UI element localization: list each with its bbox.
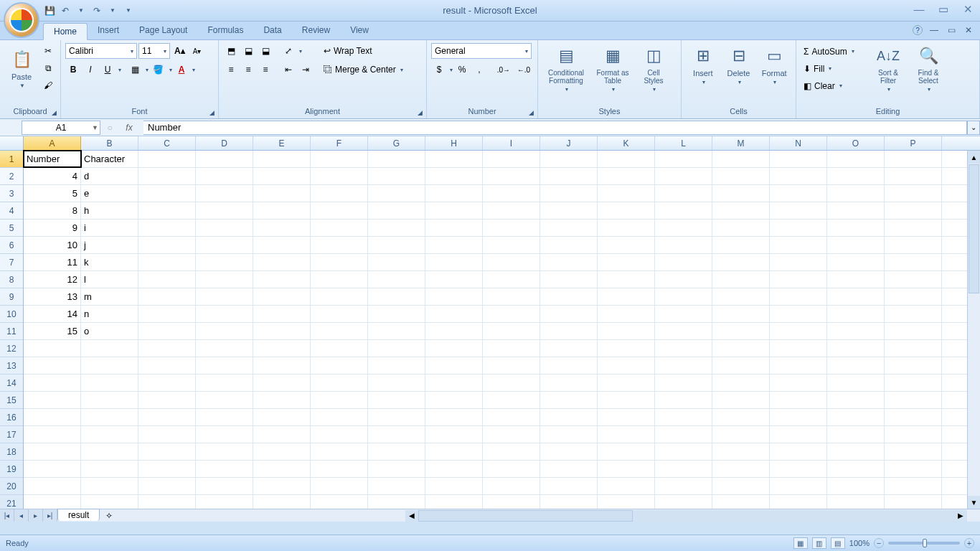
- cell-I13[interactable]: [483, 357, 540, 374]
- cell-D4[interactable]: [196, 202, 253, 219]
- scroll-left-button[interactable]: ◀: [405, 510, 418, 522]
- cell-H13[interactable]: [425, 357, 483, 374]
- cell-B14[interactable]: [81, 375, 138, 391]
- cell-styles-button[interactable]: ◫Cell Styles▾: [636, 43, 672, 94]
- cell-N15[interactable]: [770, 392, 827, 408]
- cell-N12[interactable]: [770, 340, 827, 357]
- cell-J6[interactable]: [540, 237, 598, 253]
- bold-button[interactable]: B: [65, 62, 81, 77]
- row-header-2[interactable]: 2: [0, 168, 23, 185]
- cell-B19[interactable]: [81, 461, 138, 477]
- cell-J8[interactable]: [540, 271, 598, 288]
- qat-undo-dropdown[interactable]: ▼: [75, 4, 88, 17]
- cell-E17[interactable]: [253, 426, 311, 443]
- cell-B3[interactable]: e: [81, 185, 138, 202]
- row-header-20[interactable]: 20: [0, 478, 23, 495]
- cell-B9[interactable]: m: [81, 288, 138, 305]
- cut-button[interactable]: ✂: [40, 43, 56, 59]
- cell-G20[interactable]: [368, 478, 425, 494]
- column-header-B[interactable]: B: [81, 136, 138, 150]
- cell-K16[interactable]: [598, 409, 655, 425]
- row-header-6[interactable]: 6: [0, 237, 23, 254]
- row-header-16[interactable]: 16: [0, 409, 23, 426]
- cell-O2[interactable]: [827, 168, 885, 184]
- cell-N7[interactable]: [770, 254, 827, 270]
- cell-J16[interactable]: [540, 409, 598, 425]
- page-layout-view-button[interactable]: ▥: [812, 537, 826, 549]
- cell-K3[interactable]: [598, 185, 655, 202]
- cell-H11[interactable]: [425, 323, 483, 339]
- italic-button[interactable]: I: [83, 62, 98, 77]
- cell-N10[interactable]: [770, 306, 827, 322]
- cell-M7[interactable]: [712, 254, 770, 270]
- cell-F4[interactable]: [311, 202, 368, 219]
- cell-H7[interactable]: [425, 254, 483, 270]
- cell-J11[interactable]: [540, 323, 598, 339]
- align-middle-button[interactable]: ⬓: [240, 43, 256, 59]
- cell-F11[interactable]: [311, 323, 368, 339]
- column-header-F[interactable]: F: [311, 136, 368, 150]
- cell-C11[interactable]: [138, 323, 196, 339]
- cell-B20[interactable]: [81, 478, 138, 494]
- cell-L6[interactable]: [655, 237, 712, 253]
- cell-D20[interactable]: [196, 478, 253, 494]
- tab-page-layout[interactable]: Page Layout: [129, 22, 197, 39]
- cell-L4[interactable]: [655, 202, 712, 219]
- align-right-button[interactable]: ≡: [258, 62, 273, 77]
- cell-O10[interactable]: [827, 306, 885, 322]
- office-button[interactable]: [4, 2, 39, 38]
- zoom-in-button[interactable]: +: [964, 538, 974, 548]
- font-color-button[interactable]: A: [174, 62, 189, 77]
- cell-G3[interactable]: [368, 185, 425, 202]
- cell-I6[interactable]: [483, 237, 540, 253]
- cell-F16[interactable]: [311, 409, 368, 425]
- cell-C1[interactable]: [138, 151, 196, 167]
- cell-G19[interactable]: [368, 461, 425, 477]
- cell-P1[interactable]: [885, 151, 942, 167]
- font-dialog-launcher[interactable]: ◢: [207, 108, 217, 117]
- cell-C18[interactable]: [138, 443, 196, 460]
- cell-C8[interactable]: [138, 271, 196, 288]
- cell-H3[interactable]: [425, 185, 483, 202]
- cell-M8[interactable]: [712, 271, 770, 288]
- sheet-nav-last[interactable]: ▸|: [43, 509, 57, 522]
- cell-A8[interactable]: 12: [24, 271, 81, 288]
- cell-O11[interactable]: [827, 323, 885, 339]
- cell-P19[interactable]: [885, 461, 942, 477]
- column-header-P[interactable]: P: [885, 136, 942, 150]
- ribbon-close-icon[interactable]: ✕: [963, 24, 974, 36]
- cell-O6[interactable]: [827, 237, 885, 253]
- tab-view[interactable]: View: [340, 22, 379, 39]
- cell-D11[interactable]: [196, 323, 253, 339]
- row-header-15[interactable]: 15: [0, 392, 23, 409]
- number-format-combo[interactable]: General▾: [431, 43, 532, 59]
- name-box[interactable]: A1▼: [22, 121, 100, 135]
- cell-M5[interactable]: [712, 220, 770, 236]
- cell-O20[interactable]: [827, 478, 885, 494]
- cell-K20[interactable]: [598, 478, 655, 494]
- row-header-3[interactable]: 3: [0, 185, 23, 202]
- cell-G10[interactable]: [368, 306, 425, 322]
- cell-H5[interactable]: [425, 220, 483, 236]
- cell-A9[interactable]: 13: [24, 288, 81, 305]
- cell-O9[interactable]: [827, 288, 885, 305]
- cell-E12[interactable]: [253, 340, 311, 357]
- cell-I9[interactable]: [483, 288, 540, 305]
- cell-D10[interactable]: [196, 306, 253, 322]
- cell-F2[interactable]: [311, 168, 368, 184]
- cell-D19[interactable]: [196, 461, 253, 477]
- cell-P11[interactable]: [885, 323, 942, 339]
- cell-D2[interactable]: [196, 168, 253, 184]
- cell-I17[interactable]: [483, 426, 540, 443]
- cell-P6[interactable]: [885, 237, 942, 253]
- column-header-K[interactable]: K: [598, 136, 655, 150]
- orientation-button[interactable]: ⤢: [281, 43, 296, 59]
- cell-O19[interactable]: [827, 461, 885, 477]
- cell-I14[interactable]: [483, 375, 540, 391]
- cell-K4[interactable]: [598, 202, 655, 219]
- cell-P4[interactable]: [885, 202, 942, 219]
- cell-F20[interactable]: [311, 478, 368, 494]
- qat-undo-icon[interactable]: ↶: [59, 4, 72, 17]
- cell-N18[interactable]: [770, 443, 827, 460]
- cell-P14[interactable]: [885, 375, 942, 391]
